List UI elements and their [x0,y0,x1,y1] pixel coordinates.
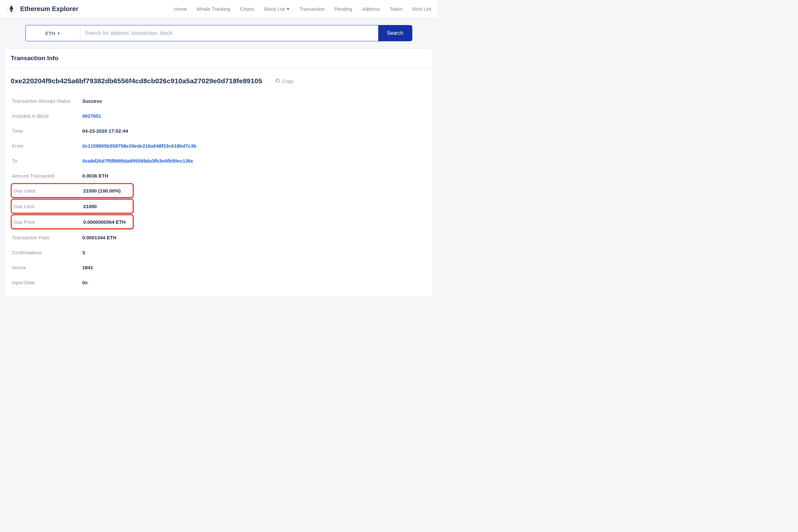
coin-selector-label: ETH [45,31,55,36]
label-fees: Transaction Fees [12,235,82,240]
nav-home[interactable]: Home [174,6,187,12]
value-status: Success [82,98,102,104]
value-nonce: 1841 [82,265,93,270]
brand[interactable]: Ethereum Explorer [6,4,78,14]
row-status: Transaction Receipt Status Success [11,93,427,108]
value-gas-used: 21000 (100.00%) [83,188,121,193]
search-button[interactable]: Search [378,25,412,41]
transaction-hash: 0xe220204f9cb425a6bf79382db6556f4cd8cb02… [11,77,262,85]
search-section: ETH ▼ Search [0,18,438,49]
svg-rect-0 [277,80,280,82]
nav-transaction[interactable]: Transaction [300,6,325,12]
label-nonce: Nonce [12,265,82,270]
brand-title: Ethereum Explorer [20,5,78,13]
caret-down-icon: ▼ [57,32,60,35]
topbar: Ethereum Explorer Home Whale Tracking Ch… [0,0,438,18]
nav-token[interactable]: Token [390,6,403,12]
nav-block-list-label: Block List [264,6,285,12]
value-amount: 0.0036 ETH [82,173,108,178]
label-block: Included in Block [12,113,82,119]
coin-selector[interactable]: ETH ▼ [26,25,80,41]
label-gas-limit: Gas Limit [13,204,83,209]
row-time: Time 04-23-2020 17:02:44 [11,123,427,138]
details: Transaction Receipt Status Success Inclu… [5,91,433,297]
transaction-card: Transaction Info 0xe220204f9cb425a6bf793… [4,49,433,297]
label-from: From [12,143,82,149]
label-amount: Amount Transacted [12,173,82,178]
card-title: Transaction Info [5,49,433,68]
value-from[interactable]: 0x1159805b558758e33ede219a548f33c618bd7c… [82,143,196,149]
value-to[interactable]: 0xa8d26d7f5f8809da695589da3fb3e6fb50ec13… [82,158,193,164]
hash-row: 0xe220204f9cb425a6bf79382db6556f4cd8cb02… [5,68,433,91]
row-gas-used: Gas Used 21000 (100.00%) [11,183,134,198]
row-confirmations: Confirmations 3 [11,245,427,260]
label-confirmations: Confirmations [12,250,82,255]
copy-icon [275,78,280,84]
row-fees: Transaction Fees 0.0001344 ETH [11,230,427,245]
row-gas-price: Gas Price 0.0000000064 ETH [11,214,134,229]
value-confirmations: 3 [82,250,85,255]
nav-whale-tracking[interactable]: Whale Tracking [197,6,230,12]
copy-label: Copy [282,78,293,84]
nav-charts[interactable]: Charts [240,6,254,12]
search-bar: ETH ▼ Search [25,25,412,41]
label-input-data: Input Data [12,280,82,285]
search-input[interactable] [80,25,378,41]
nav-address[interactable]: Address [362,6,380,12]
label-gas-price: Gas Price [13,219,83,225]
value-gas-price: 0.0000000064 ETH [83,219,126,225]
row-input-data: Input Data 0x [11,275,427,290]
ethereum-icon [6,4,16,14]
label-gas-used: Gas Used [13,188,83,193]
nav-rich-list[interactable]: Rich List [412,6,431,12]
label-time: Time [12,128,82,134]
label-to: To [12,158,82,164]
value-input-data: 0x [82,280,88,285]
caret-down-icon: ▼ [286,7,290,11]
main-nav: Home Whale Tracking Charts Block List ▼ … [174,6,431,12]
label-status: Transaction Receipt Status [12,98,82,104]
value-gas-limit: 21000 [83,204,97,209]
row-gas-limit: Gas Limit 21000 [11,199,134,214]
nav-pending[interactable]: Pending [334,6,352,12]
value-block[interactable]: 9927851 [82,113,101,119]
row-block: Included in Block 9927851 [11,108,427,123]
copy-button[interactable]: Copy [275,78,293,84]
nav-block-list[interactable]: Block List ▼ [264,6,289,12]
value-fees: 0.0001344 ETH [82,235,116,240]
row-to: To 0xa8d26d7f5f8809da695589da3fb3e6fb50e… [11,153,427,168]
row-amount: Amount Transacted 0.0036 ETH [11,168,427,183]
value-time: 04-23-2020 17:02:44 [82,128,128,134]
row-from: From 0x1159805b558758e33ede219a548f33c61… [11,138,427,153]
row-nonce: Nonce 1841 [11,260,427,275]
